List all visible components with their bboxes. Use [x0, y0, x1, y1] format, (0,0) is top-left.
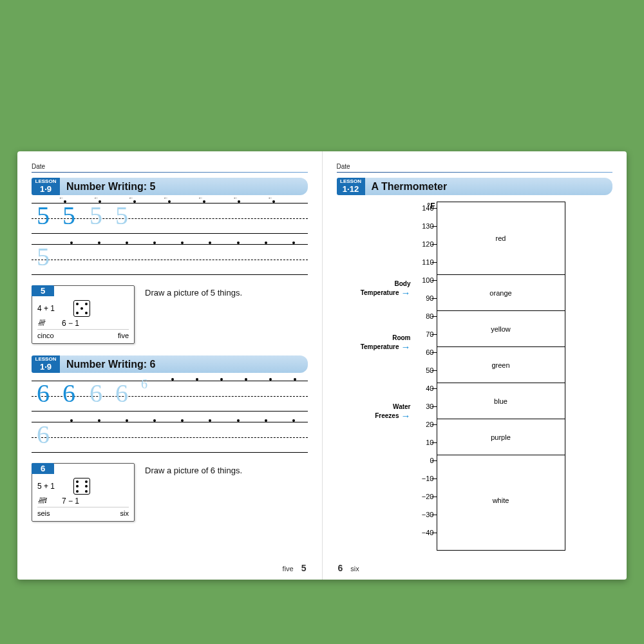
- trace-digit-faded: 5: [37, 242, 50, 272]
- writing-line-5a: 5 5 5 5 ←←←←←←←: [32, 199, 308, 238]
- zone-white: white: [437, 455, 565, 545]
- lesson-header-6: LESSON 1·9 Number Writing: 6: [32, 355, 308, 373]
- lesson-number: 1·9: [32, 363, 60, 372]
- card-eq1: 4 + 1: [37, 304, 67, 313]
- tick-mark: [431, 334, 437, 335]
- draw-prompt: Draw a picture of 5 things.: [145, 285, 242, 298]
- number-card-5: 5 4 + 1 𝍸 6 − 1: [32, 285, 135, 344]
- thermo-zones: redorangeyellowgreenbluepurplewhite: [437, 202, 565, 551]
- trace-digit-faded: 6: [115, 378, 128, 408]
- zone-orange: orange: [437, 274, 565, 310]
- tick-mark: [431, 280, 437, 281]
- draw-prompt: Draw a picture of 6 things.: [145, 463, 242, 475]
- start-dots: [32, 378, 308, 381]
- card-spanish: seis: [37, 509, 50, 517]
- start-dots: ←←←←←←←: [32, 200, 308, 203]
- tick-mark: [431, 226, 437, 227]
- page-footer-left: five 5: [283, 563, 307, 573]
- zone-green: green: [437, 346, 565, 383]
- zone-yellow: yellow: [437, 310, 565, 346]
- callout-water-freezes: WaterFreezes→: [375, 404, 410, 421]
- tick-mark: [431, 298, 437, 299]
- lesson-header-5: LESSON 1·9 Number Writing: 5: [32, 178, 308, 195]
- footer-page-number: 6: [338, 563, 343, 573]
- lesson-badge: LESSON 1·12: [337, 178, 365, 195]
- card-number: 6: [32, 463, 54, 474]
- tick-mark: [431, 388, 437, 389]
- card-english: six: [120, 509, 129, 517]
- tick-mark: [431, 244, 437, 245]
- dice-icon: [73, 300, 90, 317]
- tally-icon: 𝍸: [37, 318, 55, 328]
- tick-mark: [431, 533, 437, 533]
- number-card-6: 6 5 + 1 𝍸 I 7 − 1: [32, 463, 135, 522]
- writing-line-6b: 6: [32, 418, 308, 457]
- tally-icon: 𝍸 I: [37, 496, 55, 506]
- footer-word: five: [283, 565, 294, 573]
- lesson-title: Number Writing: 6: [60, 355, 308, 373]
- card-number: 5: [32, 285, 54, 296]
- lesson-title: A Thermometer: [365, 178, 613, 195]
- page-left: Date LESSON 1·9 Number Writing: 5 5 5 5 …: [17, 151, 322, 580]
- workbook-spread: Date LESSON 1·9 Number Writing: 5 5 5 5 …: [17, 151, 627, 580]
- lesson-badge: LESSON 1·9: [32, 355, 60, 373]
- tick-mark: [431, 460, 437, 461]
- trace-digit-faded: 5: [90, 200, 102, 231]
- card-row-6: 6 5 + 1 𝍸 I 7 − 1: [32, 463, 308, 522]
- lesson-title: Number Writing: 5: [60, 178, 308, 195]
- tick-mark: [431, 370, 437, 371]
- date-rule: [337, 172, 613, 173]
- footer-page-number: 5: [301, 563, 307, 573]
- date-label: Date: [32, 163, 308, 170]
- card-row-5: 5 4 + 1 𝍸 6 − 1: [32, 285, 308, 344]
- trace-digit-faded: 6: [37, 419, 50, 450]
- date-label: Date: [337, 163, 613, 170]
- lesson-number: 1·9: [32, 185, 60, 194]
- thermo-callouts: BodyTemperature→ RoomTemperature→ WaterF…: [337, 202, 411, 551]
- card-eq2: 6 − 1: [62, 319, 79, 328]
- zone-purple: purple: [437, 419, 565, 455]
- tick-mark: [431, 424, 437, 425]
- card-spanish: cinco: [37, 332, 54, 339]
- footer-word: six: [350, 565, 359, 573]
- tick-mark: [431, 406, 437, 407]
- tick-mark: [431, 478, 437, 479]
- trace-digit: 6: [62, 378, 75, 408]
- zone-blue: blue: [437, 383, 565, 419]
- tick-mark: [431, 316, 437, 317]
- trace-digit: 6: [37, 378, 50, 408]
- writing-line-6a: 6 6 6 6 6: [32, 377, 308, 415]
- tick-mark: [431, 208, 437, 209]
- callout-body-temp: BodyTemperature→: [361, 281, 411, 298]
- date-rule: [32, 172, 308, 173]
- tick-mark: [431, 352, 437, 353]
- page-right: Date LESSON 1·12 A Thermometer BodyTempe…: [322, 151, 627, 580]
- writing-line-5b: 5: [32, 240, 308, 279]
- start-dots: [32, 242, 308, 244]
- lesson-badge: LESSON 1·9: [32, 178, 60, 195]
- page-footer-right: 6 six: [338, 563, 359, 573]
- dice-icon: [73, 478, 90, 495]
- card-english: five: [118, 332, 129, 339]
- tick-mark: [431, 497, 437, 497]
- card-eq2: 7 − 1: [62, 497, 79, 506]
- trace-digit: 5: [62, 200, 75, 231]
- zone-red: red: [437, 202, 565, 274]
- card-eq1: 5 + 1: [37, 482, 67, 491]
- trace-digit: 5: [37, 200, 50, 231]
- thermo-scale: °F 1401301201101009080706050403020100−10…: [411, 202, 437, 551]
- lesson-header-thermo: LESSON 1·12 A Thermometer: [337, 178, 613, 195]
- trace-digit-faded: 5: [115, 200, 128, 231]
- tick-mark: [431, 515, 437, 515]
- tick-mark: [431, 442, 437, 443]
- start-dots: [32, 419, 308, 422]
- trace-digit-faded: 6: [90, 378, 102, 408]
- tick-row: −40: [411, 533, 437, 551]
- thermometer-diagram: BodyTemperature→ RoomTemperature→ WaterF…: [337, 202, 613, 551]
- lesson-number: 1·12: [337, 185, 365, 194]
- callout-room-temp: RoomTemperature→: [361, 335, 411, 352]
- tick-mark: [431, 262, 437, 263]
